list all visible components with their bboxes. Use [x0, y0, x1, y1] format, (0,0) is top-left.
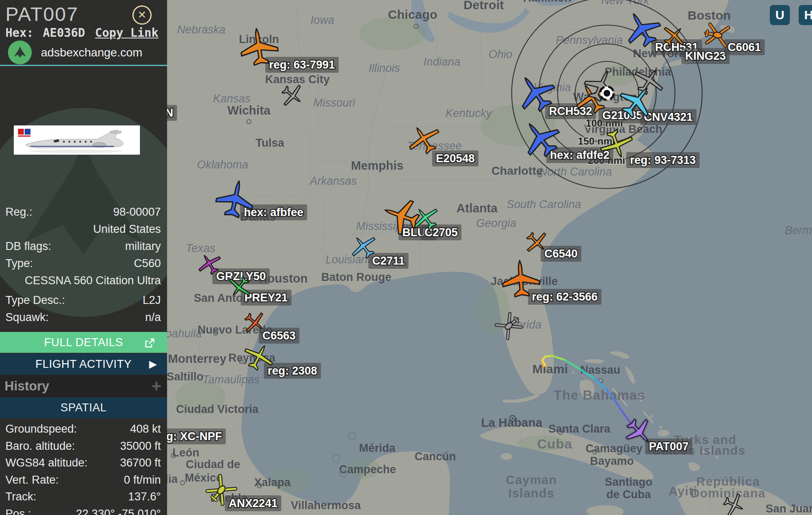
aircraft-tag[interactable]: reg: 63-7991	[265, 57, 339, 73]
detail-row: CESSNA 560 Citation Ultra	[5, 272, 161, 289]
place-label: Camagüey	[586, 442, 643, 455]
svg-text:reg: 2308: reg: 2308	[268, 365, 317, 377]
place-label: Ciudad de	[186, 458, 241, 471]
place-label: Kentucky	[445, 107, 492, 120]
spatial-row: Baro. altitude:35000 ft	[5, 438, 161, 455]
svg-text:G21035: G21035	[602, 109, 642, 122]
place-label: Illinois	[368, 62, 400, 74]
flight-activity-button[interactable]: FLIGHT ACTIVITY ▶	[0, 354, 167, 375]
aircraft-tag[interactable]: ANX2241	[225, 495, 281, 511]
aircraft-tag[interactable]: RCH532	[545, 103, 596, 119]
copy-link[interactable]: Copy Link	[95, 26, 159, 40]
svg-text:E20548: E20548	[436, 152, 475, 165]
place-label: Mérida	[359, 442, 396, 454]
site-label: adsbexchange.com	[41, 46, 142, 59]
flight-activity-label: FLIGHT ACTIVITY	[36, 358, 132, 371]
external-link-icon	[144, 337, 155, 349]
place-label: de Cuba	[606, 488, 651, 501]
place-label: Ayiti	[669, 484, 698, 498]
place-label: North Carolina	[539, 166, 612, 178]
aircraft-tag[interactable]: C6061	[724, 39, 765, 55]
place-label: Arkansas	[309, 175, 357, 187]
adsbexchange-logo-icon	[8, 41, 32, 64]
detail-row: United States	[5, 221, 161, 238]
spatial-row: Pos.:22.330° -75.010°	[5, 505, 161, 515]
svg-text:ANX2241: ANX2241	[228, 497, 277, 510]
flight-trail-segment	[545, 356, 552, 357]
history-label: History	[5, 379, 49, 393]
svg-text:PAT007: PAT007	[649, 440, 688, 453]
place-label: Boston	[688, 8, 731, 22]
aircraft-tag[interactable]: PAT007	[645, 439, 692, 454]
history-section-header[interactable]: History +	[0, 375, 167, 397]
place-label: The Bahamas	[553, 388, 645, 403]
place-label: Tulsa	[256, 137, 284, 149]
place-label: Islands	[508, 486, 554, 500]
place-label: Iowa	[310, 14, 334, 26]
aircraft-tag[interactable]: C6540	[540, 246, 581, 262]
svg-text:PREY21: PREY21	[244, 291, 288, 304]
place-label: Xalapa	[254, 476, 291, 489]
place-label: Kansas	[213, 92, 251, 105]
home-location-icon	[600, 87, 614, 100]
detail-row: Squawk:n/a	[5, 309, 161, 326]
svg-text:C6540: C6540	[544, 247, 578, 260]
hex-value: AE036D	[43, 26, 85, 40]
spatial-row: Track:137.6°	[5, 488, 161, 505]
place-label: Bayamo	[590, 455, 634, 467]
detail-rows: Reg.:98-00007United StatesDB flags:milit…	[5, 204, 161, 326]
aircraft-tag[interactable]: KING23	[681, 48, 730, 64]
place-label: León	[173, 446, 200, 459]
place-label: New York	[601, 0, 650, 7]
aircraft-info-panel: PAT007 ✕ Hex:AE036DCopy Link adsbexchang…	[0, 0, 167, 515]
place-label: San Juan	[766, 502, 812, 515]
aircraft-tag[interactable]: reg: 93-7313	[626, 152, 700, 168]
place-label: Hamilton	[523, 0, 571, 4]
aircraft-tag[interactable]: GRZLY50	[212, 268, 269, 284]
chevron-right-icon: ▶	[149, 358, 157, 370]
spatial-row: Vert. Rate:0 ft/min	[5, 472, 161, 489]
spatial-label: SPATIAL	[61, 401, 107, 414]
place-label: Cancún	[414, 450, 456, 463]
spatial-section-header[interactable]: SPATIAL	[0, 398, 167, 418]
aircraft-tag[interactable]: C2711	[368, 253, 409, 269]
map-button-h[interactable]: H	[799, 5, 812, 25]
close-icon[interactable]: ✕	[132, 5, 152, 25]
place-label: Nebraska	[177, 23, 226, 36]
aircraft-tag[interactable]: C2705	[421, 224, 462, 240]
aircraft-tag[interactable]: reg: 62-3566	[528, 289, 601, 305]
svg-text:C2711: C2711	[372, 255, 405, 267]
place-label: Cayman	[506, 473, 557, 487]
place-label: Santiago	[605, 476, 652, 488]
capital-dot-center	[512, 418, 514, 420]
detail-row: Reg.:98-00007	[5, 204, 161, 221]
detail-row: Type Desc.:L2J	[5, 292, 161, 309]
app-window: NebraskaIowaKansasMissouriIllinoisIndian…	[0, 0, 812, 515]
place-label: Nassau	[580, 364, 620, 376]
place-label: Indiana	[424, 56, 461, 68]
place-label: Memphis	[351, 159, 403, 172]
svg-text:KING23: KING23	[685, 50, 726, 62]
map-button-u[interactable]: U	[770, 5, 790, 25]
aircraft-tag[interactable]: reg: 2308	[264, 363, 321, 379]
place-label: Campeche	[339, 463, 396, 476]
place-label: México	[185, 472, 223, 484]
aircraft-tag[interactable]: E20548	[432, 150, 478, 166]
svg-text:C6563: C6563	[262, 329, 296, 342]
full-details-button[interactable]: FULL DETAILS	[0, 332, 167, 353]
detail-row: Type:C560	[5, 255, 161, 272]
plus-icon[interactable]: +	[152, 375, 161, 397]
place-label: Missouri	[313, 97, 356, 109]
place-label: Baton Rouge	[321, 271, 391, 283]
svg-text:C6061: C6061	[728, 41, 761, 54]
brand-row: adsbexchange.com	[8, 41, 142, 64]
aircraft-tag[interactable]: CNV4321	[640, 109, 696, 125]
place-label: Atlanta	[457, 201, 498, 215]
place-label: Ohio	[488, 48, 512, 61]
aircraft-tag[interactable]: C6563	[259, 328, 299, 344]
hex-label: Hex:	[5, 26, 33, 40]
hex-row: Hex:AE036DCopy Link	[5, 26, 158, 40]
place-label: Texas	[185, 242, 215, 255]
place-label: Kansas City	[265, 73, 330, 86]
aircraft-photo[interactable]	[14, 125, 140, 155]
